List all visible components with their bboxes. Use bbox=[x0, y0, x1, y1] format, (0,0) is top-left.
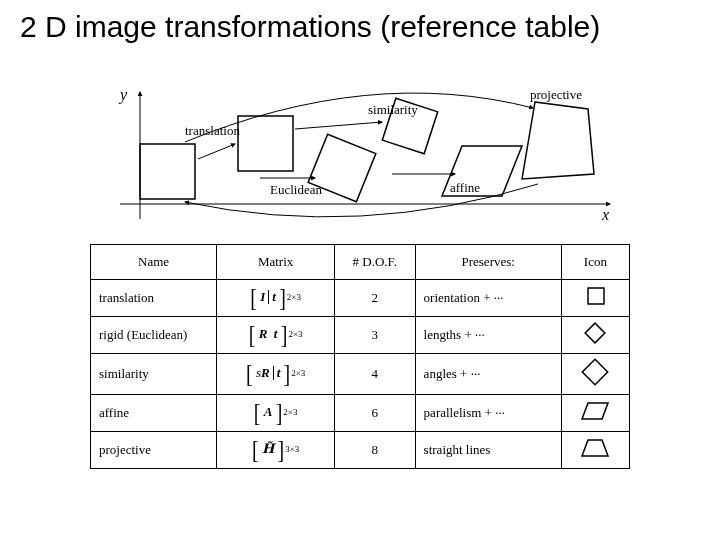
svg-rect-3 bbox=[238, 116, 293, 171]
cell-preserves: orientation + bbox=[415, 280, 561, 317]
svg-line-8 bbox=[198, 144, 235, 159]
x-axis-label: x bbox=[602, 206, 609, 224]
table-row: rigid (Euclidean)[ R t ]2×33lengths + bbox=[91, 317, 630, 354]
table-row: similarity[ sRt ]2×34angles + bbox=[91, 354, 630, 395]
cell-matrix: [ It ]2×3 bbox=[217, 280, 335, 317]
svg-rect-13 bbox=[585, 323, 605, 343]
cell-dof: 3 bbox=[335, 317, 416, 354]
cell-dof: 4 bbox=[335, 354, 416, 395]
cell-dof: 6 bbox=[335, 395, 416, 432]
cell-icon bbox=[561, 280, 629, 317]
cell-name: affine bbox=[91, 395, 217, 432]
cell-matrix: [ R t ]2×3 bbox=[217, 317, 335, 354]
cell-preserves: straight lines bbox=[415, 432, 561, 469]
svg-rect-14 bbox=[583, 359, 608, 384]
cell-name: projective bbox=[91, 432, 217, 469]
label-translation: translation bbox=[185, 123, 240, 139]
col-matrix: Matrix bbox=[217, 245, 335, 280]
page-title: 2 D image transformations (reference tab… bbox=[0, 0, 720, 44]
cell-name: similarity bbox=[91, 354, 217, 395]
cell-dof: 2 bbox=[335, 280, 416, 317]
reference-table-wrap: Name Matrix # D.O.F. Preserves: Icon tra… bbox=[90, 244, 630, 469]
label-similarity: similarity bbox=[368, 102, 418, 118]
col-dof: # D.O.F. bbox=[335, 245, 416, 280]
table-row: translation[ It ]2×32orientation + bbox=[91, 280, 630, 317]
label-euclidean: Euclidean bbox=[270, 182, 322, 198]
svg-marker-7 bbox=[522, 102, 594, 179]
cell-name: translation bbox=[91, 280, 217, 317]
cell-preserves: parallelism + bbox=[415, 395, 561, 432]
table-row: affine[ A ]2×36parallelism + bbox=[91, 395, 630, 432]
cell-dof: 8 bbox=[335, 432, 416, 469]
svg-marker-15 bbox=[582, 403, 608, 419]
label-affine: affine bbox=[450, 180, 480, 196]
svg-line-10 bbox=[295, 122, 382, 129]
cell-preserves: angles + bbox=[415, 354, 561, 395]
cell-preserves: lengths + bbox=[415, 317, 561, 354]
cell-icon bbox=[561, 354, 629, 395]
cell-matrix: [ A ]2×3 bbox=[217, 395, 335, 432]
table-header-row: Name Matrix # D.O.F. Preserves: Icon bbox=[91, 245, 630, 280]
col-preserves: Preserves: bbox=[415, 245, 561, 280]
cell-icon bbox=[561, 395, 629, 432]
cell-matrix: [ H̃ ]3×3 bbox=[217, 432, 335, 469]
diagram-svg bbox=[90, 84, 630, 234]
cell-matrix: [ sRt ]2×3 bbox=[217, 354, 335, 395]
reference-table: Name Matrix # D.O.F. Preserves: Icon tra… bbox=[90, 244, 630, 469]
label-projective: projective bbox=[530, 87, 582, 103]
cell-icon bbox=[561, 317, 629, 354]
col-name: Name bbox=[91, 245, 217, 280]
cell-name: rigid (Euclidean) bbox=[91, 317, 217, 354]
svg-rect-12 bbox=[588, 288, 604, 304]
transformation-diagram: y x translation Euclidean similarity aff… bbox=[90, 84, 630, 234]
svg-marker-16 bbox=[582, 440, 608, 456]
table-row: projective[ H̃ ]3×38straight lines bbox=[91, 432, 630, 469]
y-axis-label: y bbox=[120, 86, 127, 104]
svg-rect-2 bbox=[140, 144, 195, 199]
cell-icon bbox=[561, 432, 629, 469]
col-icon: Icon bbox=[561, 245, 629, 280]
